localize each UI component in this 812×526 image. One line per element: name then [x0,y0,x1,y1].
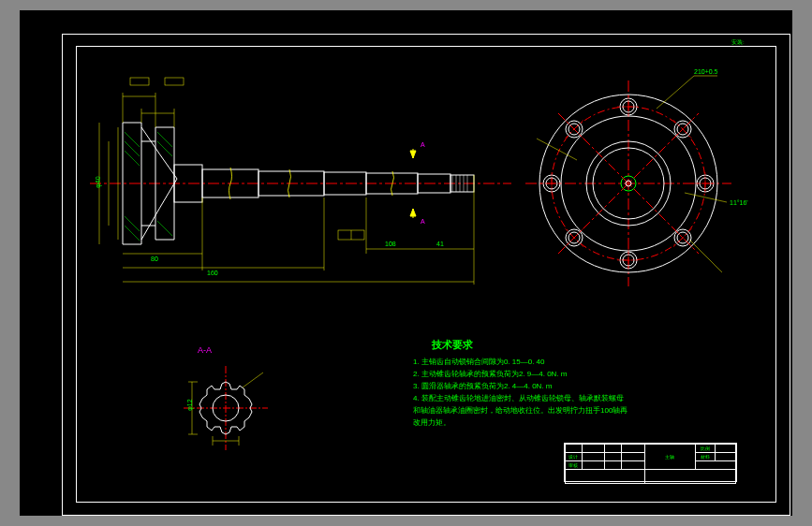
section-marker-bot: A [421,218,425,225]
tb-cell [621,453,644,461]
drawing-svg [20,10,792,516]
svg-line-106 [243,373,263,387]
svg-line-20 [157,132,172,147]
tb-approve-label: 审核 [566,461,583,470]
svg-line-92 [689,240,722,272]
tb-cell [582,445,605,453]
tb-cell [716,445,736,453]
section-label: A-A [198,345,212,355]
section-marker-top: A [421,141,425,148]
tb-cell [605,461,622,470]
dim-h1: φ40 [95,176,101,187]
svg-line-16 [125,141,140,156]
title-block: 主轴 比例 设计 材料 审核 [564,443,737,482]
tb-cell [605,453,622,461]
svg-line-94 [685,193,727,202]
tb-cell [582,453,605,461]
tb-drawing-name: 主轴 [644,445,695,470]
tb-scale-label: 比例 [695,445,716,453]
tech-line-3: 3. 圆滑器轴承的预紧负荷为2. 4—4. 0N. m [413,381,552,391]
tb-cell [644,470,735,484]
dim-d1: 160 [207,270,218,276]
svg-line-90 [657,76,694,109]
tb-cell [582,461,605,470]
top-right-label: 安装: [731,38,745,47]
tech-title: 技术要求 [432,338,473,352]
tb-cell [605,445,622,453]
dim-d4: 108 [385,241,396,247]
tb-cell [566,445,583,453]
cad-canvas: A-A A A 安装: 80 160 108 41 φ40 210+0.5 11… [20,10,792,516]
tb-cell [566,470,645,484]
tb-cell [621,445,644,453]
tb-design-label: 设计 [566,453,583,461]
tech-line-2: 2. 主动锥齿轮轴承的预紧负荷为2. 9—4. 0N. m [413,369,567,379]
dim-d2: 41 [436,241,444,247]
svg-line-93 [537,139,577,160]
svg-line-15 [125,132,140,147]
tech-line-5: 和轴油器轴承油圈密封，给动地收往位。出发明拧力扭手100轴再 [413,405,627,416]
svg-line-19 [125,226,140,241]
svg-marker-48 [410,209,416,216]
svg-line-17 [125,151,140,166]
tb-cell [621,461,644,470]
tb-material-label: 材料 [695,453,716,461]
tech-line-4: 4. 装配主动锥齿轮地进油密封、从动锥齿轮锁母、轴承默装螺母 [413,393,624,403]
tb-cell [695,461,735,470]
dim-d3: 80 [151,256,158,262]
dim-flange: 210+0.5 [694,68,718,75]
svg-rect-41 [130,78,149,85]
dim-h2: φ12 [186,399,193,410]
dim-angle: 11°16' [730,199,748,206]
svg-rect-42 [165,78,184,85]
tech-line-1: 1. 主销齿自动锁销合间隙为0. 15—0. 40 [413,357,544,367]
tb-cell [716,453,736,461]
svg-line-22 [157,221,172,236]
tech-line-6: 改用力矩。 [413,417,450,428]
svg-marker-46 [410,151,416,158]
svg-line-18 [125,216,140,231]
